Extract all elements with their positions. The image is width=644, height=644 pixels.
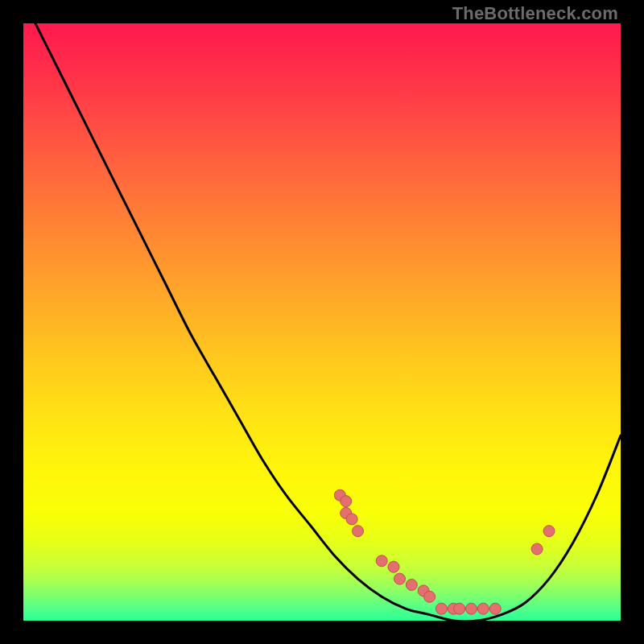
plot-area [23, 23, 621, 621]
marker-point [543, 526, 555, 537]
marker-point [436, 603, 447, 614]
marker-point [376, 555, 387, 567]
marker-point [489, 603, 501, 614]
marker-point [466, 603, 477, 614]
chart-frame: TheBottleneck.com [0, 0, 644, 644]
marker-point [454, 603, 465, 614]
marker-point [341, 496, 352, 507]
marker-point [477, 603, 489, 614]
marker-point [424, 591, 436, 602]
marker-point [394, 573, 406, 584]
marker-point [406, 580, 417, 591]
marker-point [388, 561, 399, 572]
marker-point [346, 514, 357, 525]
watermark-text: TheBottleneck.com [452, 3, 618, 24]
marker-point [353, 526, 364, 537]
marker-point [531, 543, 543, 555]
marker-group [334, 489, 555, 614]
chart-overlay [23, 23, 621, 621]
bottleneck-curve [23, 23, 621, 621]
